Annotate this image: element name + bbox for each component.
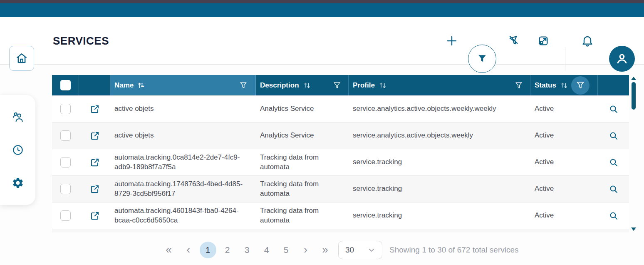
cell-profile: service.tracking (349, 202, 530, 229)
cell-status: Active (530, 176, 598, 202)
table-row: active objets Analytics Service service.… (52, 122, 629, 149)
filter-icon (476, 53, 488, 65)
column-header-profile[interactable]: Profile (349, 75, 530, 95)
cell-profile: service.tracking (349, 149, 530, 175)
row-checkbox[interactable] (60, 104, 71, 114)
status-filter-icon (575, 80, 585, 90)
cell-name: automata.tracking.0ca814e2-2de7-4fc9-adb… (110, 149, 256, 175)
table-header-row: Name Description (52, 75, 629, 95)
profile-filter-icon[interactable] (514, 81, 523, 90)
users-icon[interactable] (12, 111, 24, 123)
row-search-icon[interactable] (609, 131, 619, 141)
column-header-description[interactable]: Description (256, 75, 349, 95)
first-page-button[interactable]: « (159, 241, 178, 259)
cell-status: Active (530, 96, 598, 122)
row-checkbox[interactable] (60, 157, 71, 168)
page-button-3[interactable]: 3 (237, 241, 257, 259)
expand-button[interactable] (536, 17, 551, 65)
cell-description: Tracking data from automata (256, 202, 349, 229)
table-row: automata.tracking.0ca814e2-2de7-4fc9-adb… (52, 149, 629, 175)
select-all-checkbox[interactable] (60, 80, 71, 90)
row-checkbox[interactable] (60, 210, 71, 221)
notifications-button[interactable] (580, 17, 595, 65)
page-title: SERVICES (53, 17, 109, 65)
sort-ascending-icon[interactable] (137, 81, 146, 90)
row-search-icon[interactable] (609, 158, 619, 168)
page-size-select[interactable]: 30 (338, 241, 382, 259)
user-avatar[interactable] (609, 46, 635, 72)
sort-updown-icon[interactable] (560, 81, 569, 90)
cell-description: Analytics Service (256, 122, 349, 149)
sort-updown-icon[interactable] (302, 81, 312, 90)
cell-profile: service.analytics.active.objects.weekly.… (349, 96, 530, 122)
cell-name: active objets (110, 96, 256, 122)
person-icon (614, 51, 630, 67)
filter-button[interactable] (468, 45, 496, 73)
expand-icon (537, 34, 550, 48)
row-search-icon[interactable] (609, 211, 619, 221)
open-service-icon[interactable] (89, 104, 100, 115)
profile-header-label: Profile (353, 81, 375, 90)
page-button-4[interactable]: 4 (257, 241, 276, 259)
link-header-cell (79, 75, 110, 95)
row-search-icon[interactable] (609, 104, 619, 114)
page-button-2[interactable]: 2 (218, 241, 237, 259)
cell-description: Tracking data from automata (256, 176, 349, 202)
scroll-down-arrow[interactable] (631, 228, 636, 231)
page-button-1[interactable]: 1 (198, 241, 218, 259)
prev-page-button[interactable]: ‹ (178, 241, 198, 259)
status-filter-active-button[interactable] (571, 76, 590, 95)
home-button[interactable] (9, 46, 34, 71)
next-page-button[interactable]: › (296, 241, 315, 259)
page-header: SERVICES (0, 17, 644, 65)
column-header-status[interactable]: Status (530, 75, 598, 95)
name-filter-icon[interactable] (239, 81, 248, 90)
select-all-header-cell (52, 75, 79, 95)
sidebar (0, 95, 35, 205)
cell-status: Active (530, 202, 598, 229)
column-header-name[interactable]: Name (110, 75, 256, 95)
browser-strip (0, 0, 644, 3)
cell-profile: service.analytics.active.objects.weekly (349, 122, 530, 149)
clear-filter-button[interactable] (507, 17, 522, 65)
open-service-icon[interactable] (89, 130, 100, 141)
cell-name: active objets (110, 122, 256, 149)
cell-description: Tracking data from automata (256, 149, 349, 175)
scrollbar-thumb[interactable] (632, 82, 636, 110)
name-header-label: Name (114, 81, 134, 90)
sort-updown-icon[interactable] (378, 81, 387, 90)
add-service-button[interactable] (444, 17, 459, 65)
cell-status: Active (530, 122, 598, 149)
status-header-label: Status (535, 81, 556, 90)
cell-status: Active (530, 149, 598, 175)
cell-name: automata.tracking.4601843f-fba0-4264-bca… (110, 202, 256, 229)
page-button-5[interactable]: 5 (276, 241, 296, 259)
chevron-down-icon (368, 246, 375, 254)
page: SERVICES (0, 0, 644, 265)
page-size-value: 30 (345, 245, 354, 255)
pagination-bar: « ‹ 1 2 3 4 5 › » 30 Showing 1 to 30 of … (159, 241, 519, 259)
open-service-icon[interactable] (89, 210, 100, 221)
history-icon[interactable] (12, 144, 24, 156)
settings-gear-icon[interactable] (12, 177, 24, 189)
table-scrollbar[interactable] (631, 75, 637, 232)
row-checkbox[interactable] (60, 130, 71, 141)
plus-icon (445, 34, 458, 48)
row-search-icon[interactable] (609, 184, 619, 194)
open-service-icon[interactable] (89, 184, 100, 195)
row-checkbox[interactable] (60, 184, 71, 194)
last-page-button[interactable]: » (315, 241, 335, 259)
services-table: Name Description (52, 75, 629, 232)
home-icon (15, 52, 28, 65)
table-row: automata.tracking.4601843f-fba0-4264-bca… (52, 202, 629, 229)
clipped-table-row (52, 229, 629, 232)
description-filter-icon[interactable] (332, 81, 342, 90)
table-row: automata.tracking.1748763d-4bed-4d85-872… (52, 175, 629, 202)
filter-off-icon (508, 34, 521, 48)
description-header-label: Description (260, 81, 299, 90)
search-header-cell (598, 75, 629, 95)
table-row: active objets Analytics Service service.… (52, 95, 629, 122)
scroll-up-arrow[interactable] (631, 77, 636, 80)
open-service-icon[interactable] (89, 157, 100, 168)
cell-name: automata.tracking.1748763d-4bed-4d85-872… (110, 176, 256, 202)
